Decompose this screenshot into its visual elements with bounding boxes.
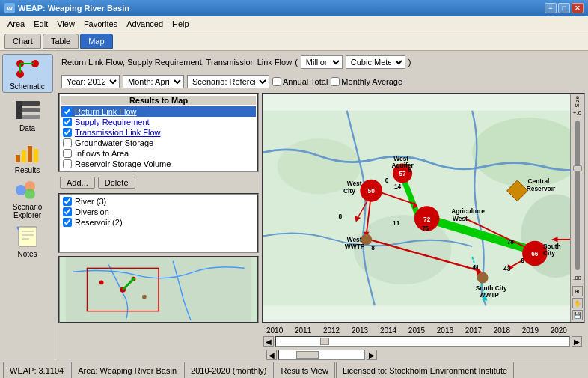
result-checkbox-0[interactable] (63, 107, 72, 116)
million-select[interactable]: Million (301, 55, 343, 69)
layer-checkbox-2[interactable] (63, 218, 72, 227)
svg-text:57: 57 (399, 170, 406, 177)
unit-select[interactable]: Cubic Meter (346, 55, 405, 69)
status-license: Licensed to: Stockholm Environment Insti… (336, 362, 514, 378)
sidebar-item-notes[interactable]: Notes (2, 222, 53, 260)
svg-text:West: West (453, 215, 468, 222)
result-item-2[interactable]: Transmission Link Flow (61, 127, 256, 138)
timeline-left-arrow[interactable]: ◀ (263, 336, 274, 347)
menu-edit[interactable]: Edit (29, 19, 52, 29)
size-slider[interactable]: Size +.0 .00 ⊕ ✋ 💾 (570, 94, 584, 322)
paren-close: ) (408, 58, 411, 67)
map-scroll-left[interactable]: ◀ (266, 350, 277, 360)
monthly-average-label[interactable]: Monthly Average (331, 77, 402, 86)
zoom-tool[interactable]: ⊕ (572, 286, 583, 296)
svg-text:Reservoir: Reservoir (527, 185, 556, 192)
slider-thumb[interactable] (573, 165, 582, 171)
close-button[interactable]: ✕ (572, 3, 584, 13)
timeline-thumb[interactable] (320, 338, 329, 345)
save-map-btn[interactable]: 💾 (572, 310, 583, 320)
results-icon (14, 141, 41, 165)
tab-map[interactable]: Map (80, 34, 112, 49)
menu-view[interactable]: View (52, 19, 79, 29)
svg-text:50: 50 (368, 187, 376, 195)
svg-point-27 (142, 295, 147, 299)
app-icon: W (4, 3, 15, 13)
svg-text:72: 72 (423, 216, 431, 223)
svg-rect-10 (16, 101, 22, 119)
timeline-scroll-row: ◀ ▶ (61, 336, 582, 347)
svg-text:43: 43 (503, 265, 511, 272)
bottom-scroll: ◀ ▶ (58, 350, 585, 360)
year-2014: 2014 (380, 326, 396, 335)
timeline-right-arrow[interactable]: ▶ (572, 336, 582, 347)
sidebar-item-data[interactable]: Data (2, 96, 53, 135)
menu-help[interactable]: Help (168, 19, 194, 29)
menu-area[interactable]: Area (3, 19, 29, 29)
svg-text:City: City (543, 249, 555, 257)
svg-point-15 (16, 185, 26, 195)
result-checkbox-3[interactable] (63, 138, 72, 147)
slider-track[interactable] (575, 121, 580, 270)
result-item-1[interactable]: Supply Requirement (61, 117, 256, 127)
add-button[interactable]: Add... (60, 177, 95, 189)
year-select[interactable]: Year: 2012 (61, 75, 120, 88)
result-link-0[interactable]: Return Link Flow (75, 107, 137, 116)
svg-text:78: 78 (507, 238, 515, 246)
year-2011: 2011 (295, 326, 311, 335)
sidebar-item-scenario[interactable]: Scenario Explorer (2, 180, 53, 219)
layer-item-2[interactable]: Reservoir (2) (61, 217, 256, 228)
sidebar-item-schematic[interactable]: Schematic (2, 54, 53, 93)
result-checkbox-5[interactable] (63, 159, 72, 168)
data-icon (14, 99, 41, 123)
layers-box: River (3) Diversion Reservoir (2) (58, 193, 259, 253)
svg-text:11: 11 (393, 219, 400, 227)
svg-point-32 (472, 118, 584, 187)
menu-favorites[interactable]: Favorites (79, 19, 122, 29)
menu-advanced[interactable]: Advanced (122, 19, 168, 29)
scenario-select[interactable]: Scenario: Reference (187, 75, 269, 88)
svg-text:41: 41 (472, 263, 480, 271)
result-item-0[interactable]: Return Link Flow (61, 106, 256, 117)
svg-point-17 (25, 189, 35, 199)
map-hscroll-thumb[interactable] (296, 351, 319, 359)
layer-checkbox-1[interactable] (63, 207, 72, 216)
svg-text:75: 75 (422, 225, 429, 232)
result-checkbox-4[interactable] (63, 149, 72, 158)
svg-rect-13 (28, 146, 32, 162)
map-hscrollbar[interactable] (278, 350, 365, 360)
data-label: Data (19, 124, 35, 132)
month-select[interactable]: Month: April (123, 75, 184, 88)
year-2012: 2012 (323, 326, 340, 335)
result-link-2[interactable]: Transmission Link Flow (75, 128, 161, 137)
tab-chart[interactable]: Chart (4, 34, 41, 49)
monthly-average-checkbox[interactable] (331, 77, 340, 86)
maximize-button[interactable]: □ (558, 3, 570, 13)
sidebar-item-results[interactable]: Results (2, 138, 53, 177)
layer-checkbox-0[interactable] (63, 197, 72, 206)
layer-item-1[interactable]: Diversion (61, 207, 256, 217)
tab-table[interactable]: Table (43, 34, 79, 49)
result-item-4[interactable]: Inflows to Area (61, 148, 256, 159)
map-scroll-right[interactable]: ▶ (367, 350, 377, 360)
timeline-scrollbar[interactable] (275, 336, 570, 347)
result-item-3[interactable]: Groundwater Storage (61, 138, 256, 148)
delete-button[interactable]: Delete (98, 177, 135, 189)
annual-total-checkbox[interactable] (272, 77, 281, 86)
minimap[interactable] (58, 256, 259, 323)
schematic-icon (14, 57, 41, 81)
result-checkbox-2[interactable] (63, 128, 72, 137)
year-labels: 2010 2011 2012 2013 2014 2015 2016 2017 … (61, 326, 582, 335)
result-title: Return Link Flow, Supply Requirement, Tr… (61, 58, 292, 67)
map-panel[interactable]: 50 West City 57 West Aquifer 72 Agricult… (262, 93, 585, 323)
layer-item-0[interactable]: River (3) (61, 196, 256, 207)
pan-tool[interactable]: ✋ (572, 298, 583, 308)
result-item-5[interactable]: Reservoir Storage Volume (61, 159, 256, 169)
result-link-1[interactable]: Supply Requirement (75, 118, 150, 126)
result-checkbox-1[interactable] (63, 118, 72, 126)
svg-text:8: 8 (338, 213, 342, 220)
annual-total-label[interactable]: Annual Total (272, 77, 328, 86)
notes-label: Notes (17, 250, 37, 258)
minimize-button[interactable]: − (545, 3, 557, 13)
results-list: Return Link Flow Supply Requirement Tran… (61, 106, 256, 169)
